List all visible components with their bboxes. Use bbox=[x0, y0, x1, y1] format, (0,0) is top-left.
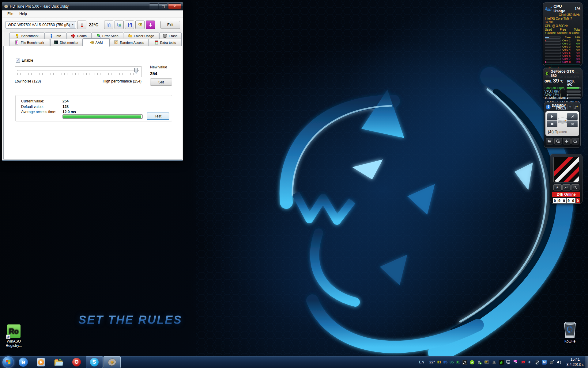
tab-random-access[interactable]: Random Access bbox=[110, 39, 149, 46]
meter-row-core8: Core 8 2% bbox=[545, 60, 580, 63]
steam-tray-icon[interactable] bbox=[534, 360, 540, 365]
enable-checkbox-row[interactable]: ✓ Enable bbox=[16, 58, 33, 63]
windows-flag-icon bbox=[6, 360, 11, 364]
taskbar-app-internet-explorer[interactable]: e bbox=[15, 356, 32, 368]
razer-tray-icon[interactable] bbox=[499, 360, 504, 365]
hdtune-app-icon bbox=[4, 4, 8, 8]
exit-button[interactable]: Exit bbox=[160, 21, 180, 29]
wrench-icon bbox=[571, 115, 574, 118]
save-button[interactable] bbox=[125, 21, 134, 29]
gpu-gadget[interactable]: GeForce GTX 580 GPU: 39 °C PCB: 0°C Fan:… bbox=[543, 68, 582, 99]
taskbar-app-hdtune[interactable] bbox=[104, 356, 121, 368]
aam-tab-content: ✓ Enable Low noise (128) High performanc… bbox=[3, 46, 182, 159]
daemon-add-drive-button[interactable] bbox=[563, 138, 571, 144]
counter-star-button[interactable]: ★ bbox=[553, 184, 562, 190]
tab-info[interactable]: Info bbox=[45, 33, 66, 39]
copy-button[interactable] bbox=[104, 21, 113, 29]
start-button[interactable] bbox=[2, 356, 14, 368]
taskbar-app-opera[interactable]: O bbox=[68, 356, 85, 368]
minimize-button[interactable]: — bbox=[149, 3, 158, 9]
tray-temp-2[interactable]: 31 bbox=[437, 360, 441, 364]
test-button[interactable]: Test bbox=[147, 113, 169, 120]
daemon-tools-gadget[interactable]: DAEMON TOOLS ? bbox=[544, 102, 581, 148]
tab-benchmark[interactable]: Benchmark bbox=[9, 33, 45, 39]
magicdisc-tray-icon[interactable]: M bbox=[542, 360, 547, 365]
tab-file-benchmark[interactable]: File Benchmark bbox=[9, 39, 50, 46]
slider-groove[interactable] bbox=[17, 70, 139, 71]
satellite-tray-icon[interactable] bbox=[549, 360, 554, 365]
taskbar-app-media-player[interactable] bbox=[32, 356, 50, 368]
menu-file[interactable]: File bbox=[5, 11, 16, 17]
desktop-icon-recycle-bin[interactable]: Кошче bbox=[556, 321, 584, 343]
tab-erase[interactable]: Erase bbox=[159, 33, 182, 39]
meter-row-core5: Core 5 0% bbox=[545, 51, 580, 54]
maximize-button[interactable]: ▢ bbox=[159, 3, 168, 9]
network-tray-icon[interactable] bbox=[506, 360, 511, 365]
meter-row-core1: Core 1 3% bbox=[545, 39, 580, 42]
antivirus-tray-icon[interactable] bbox=[469, 360, 475, 365]
open-folder-icon bbox=[548, 140, 552, 143]
tray-temp-3[interactable]: 35 bbox=[443, 360, 447, 364]
cpu-60-tray-icon[interactable]: 60 bbox=[514, 360, 519, 365]
hdtune-taskbar-icon bbox=[107, 358, 117, 366]
opera-icon: O bbox=[74, 359, 78, 365]
taskbar: e O S EN 22° 31 bbox=[0, 356, 588, 368]
counter-stats-button[interactable] bbox=[562, 184, 571, 190]
daemon-quick-mount-button[interactable] bbox=[554, 138, 562, 144]
tab-disk-monitor[interactable]: Disk monitor bbox=[50, 39, 83, 46]
cpu-usage-gadget[interactable]: intel CPU Usage 1% Clock:3501MHz Intel(R… bbox=[543, 2, 582, 66]
daemon-settings-button[interactable] bbox=[567, 113, 578, 120]
recycle-bin-icon bbox=[562, 321, 578, 339]
gpu-load-bar bbox=[567, 94, 581, 96]
usb-safely-remove-tray-icon[interactable] bbox=[477, 360, 482, 365]
tray-temp-5[interactable]: 31 bbox=[456, 360, 460, 364]
daemon-help-button[interactable]: ? bbox=[567, 105, 573, 109]
taskbar-app-explorer[interactable] bbox=[50, 356, 67, 368]
tray-temp-39[interactable]: 39 bbox=[521, 360, 525, 364]
meter-row-core7: Core 7 0% bbox=[545, 57, 580, 60]
temperature-button[interactable] bbox=[77, 21, 86, 29]
amd-tray-icon[interactable] bbox=[462, 360, 467, 365]
tab-aam[interactable]: AAM bbox=[83, 38, 110, 47]
enable-checkbox[interactable]: ✓ bbox=[16, 59, 20, 63]
monitor-99-tray-icon[interactable]: 99 bbox=[484, 360, 489, 365]
counter-search-button[interactable] bbox=[571, 184, 579, 190]
aam-slider[interactable] bbox=[15, 66, 141, 77]
slider-thumb[interactable] bbox=[134, 68, 138, 74]
tab-error-scan[interactable]: Error Scan bbox=[92, 33, 123, 39]
tray-temp-4[interactable]: 35 bbox=[450, 360, 454, 364]
close-button[interactable]: ✕ bbox=[168, 3, 181, 9]
default-value-label: Default value: bbox=[21, 105, 62, 109]
desktop-icon-winaso[interactable]: Ro ↗ WinASO Registry... bbox=[0, 324, 28, 348]
progress-fill bbox=[63, 115, 141, 118]
visitor-counter-gadget[interactable]: ★ 24h Online 0 0 0 0 0 0 bbox=[550, 154, 582, 204]
taskbar-app-skype[interactable]: S bbox=[86, 356, 103, 368]
copy-screenshot-button[interactable] bbox=[115, 21, 124, 29]
title-bar[interactable]: HD Tune Pro 5.00 - Hard Disk Utility — ▢… bbox=[2, 2, 183, 10]
daemon-mount-folder-button[interactable] bbox=[546, 138, 553, 144]
daemon-news-button[interactable] bbox=[574, 105, 579, 109]
menu-help[interactable]: Help bbox=[17, 11, 29, 17]
tray-temp-1[interactable]: 22° bbox=[429, 360, 435, 364]
daemon-unmount-button[interactable] bbox=[571, 138, 579, 144]
show-desktop-button[interactable] bbox=[585, 356, 588, 368]
language-indicator[interactable]: EN bbox=[419, 360, 424, 364]
new-value: 254 bbox=[150, 71, 178, 76]
volume-tray-icon[interactable] bbox=[556, 360, 562, 365]
daemon-play-button[interactable] bbox=[547, 113, 557, 120]
tab-health[interactable]: Health bbox=[66, 33, 92, 39]
options-button[interactable] bbox=[135, 21, 145, 29]
stop-icon bbox=[551, 123, 553, 125]
rss-star-icon bbox=[575, 105, 579, 109]
daemon-eject-button[interactable] bbox=[567, 121, 578, 127]
keyboard-tray-icon[interactable] bbox=[492, 360, 497, 365]
taskbar-clock[interactable]: 15:41 8.4.2013 г. bbox=[567, 357, 584, 367]
drive-select[interactable]: WDC WD7501AALS-00J7B0 (750 gB) ▼ bbox=[6, 21, 76, 29]
scroll-down-button[interactable] bbox=[146, 21, 155, 29]
set-button[interactable]: Set bbox=[150, 79, 172, 86]
tab-extra-tests[interactable]: Extra tests bbox=[149, 39, 182, 46]
airplane-tray-icon[interactable]: ✈ bbox=[527, 360, 532, 365]
daemon-stop-button[interactable] bbox=[547, 121, 557, 127]
nvidia-logo-icon bbox=[545, 71, 549, 76]
tab-folder-usage[interactable]: Folder Usage bbox=[124, 33, 159, 39]
